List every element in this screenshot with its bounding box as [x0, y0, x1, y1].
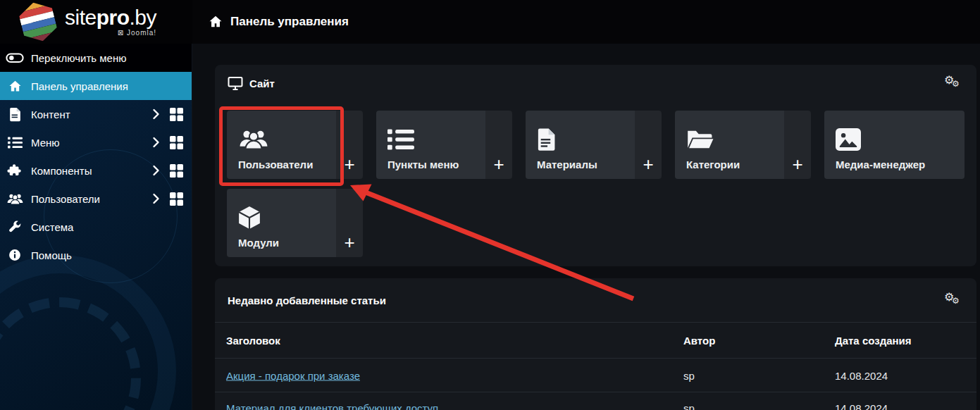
list-icon [6, 137, 24, 149]
plus-icon: + [344, 235, 354, 250]
card-group-categories: Категории + [675, 111, 811, 179]
card-modules[interactable]: Модули [227, 189, 336, 257]
sidebar-toggle-label: Переключить меню [31, 52, 126, 64]
sidebar-item-label: Контент [31, 108, 70, 120]
main-content: Сайт ⚙⚙ Пользователи + [193, 44, 980, 410]
sidebar-item-users[interactable]: Пользователи [0, 185, 192, 213]
users-icon [238, 125, 336, 154]
plus-icon: + [643, 156, 653, 172]
sidebar-item-content[interactable]: Контент [0, 100, 192, 128]
sidebar-item-help[interactable]: Помощь [0, 241, 192, 269]
grid-icon[interactable] [170, 136, 183, 149]
plus-icon: + [344, 156, 354, 172]
grid-icon[interactable] [170, 108, 183, 121]
chevron-right-icon [152, 165, 160, 176]
logo[interactable]: sitepro.by ⊠ Joomla! [0, 0, 192, 44]
card-group-menu-items: Пункты меню + [376, 111, 512, 179]
image-icon [836, 125, 965, 154]
column-header-author: Автор [683, 335, 715, 347]
sidebar-item-label: Меню [31, 137, 60, 149]
site-panel: Сайт ⚙⚙ Пользователи + [215, 65, 976, 266]
card-media-manager[interactable]: Медиа-менеджер [824, 111, 965, 179]
column-header-title: Заголовок [226, 335, 280, 347]
sidebar-item-menu[interactable]: Меню [0, 128, 192, 156]
file-icon [6, 107, 24, 122]
grid-icon[interactable] [170, 192, 183, 206]
sidebar-toggle-menu[interactable]: Переключить меню [0, 44, 192, 72]
card-label: Модули [238, 237, 336, 249]
gears-icon[interactable]: ⚙⚙ [944, 75, 964, 92]
article-link[interactable]: Акция - подарок при заказе [226, 369, 360, 381]
card-categories[interactable]: Категории [675, 111, 784, 179]
info-icon [6, 248, 24, 262]
add-module-button[interactable]: + [336, 189, 363, 257]
card-label: Медиа-менеджер [836, 159, 965, 170]
top-bar: sitepro.by ⊠ Joomla! Панель управления [0, 0, 980, 44]
card-articles[interactable]: Материалы [526, 111, 635, 179]
sidebar-item-label: Компоненты [31, 165, 92, 177]
plus-icon: + [493, 156, 504, 172]
article-author: sp [683, 369, 695, 381]
recent-articles-panel: Недавно добавленные статьи ⚙⚙ Заголовок … [215, 278, 976, 410]
sitepro-logo-icon [18, 1, 58, 42]
card-menu-items[interactable]: Пункты меню [376, 111, 485, 179]
users-icon [6, 192, 24, 206]
folder-open-icon [686, 125, 784, 154]
card-users[interactable]: Пользователи [227, 111, 336, 179]
joomla-admin-dashboard: sitepro.by ⊠ Joomla! Панель управления П… [0, 0, 980, 410]
site-panel-title: Сайт [249, 77, 275, 89]
sidebar-item-components[interactable]: Компоненты [0, 156, 192, 185]
sidebar-item-dashboard[interactable]: Панель управления [0, 72, 192, 100]
chevron-right-icon [152, 137, 160, 148]
card-group-users: Пользователи + [227, 111, 363, 179]
grid-icon[interactable] [170, 164, 183, 178]
add-user-button[interactable]: + [336, 111, 363, 179]
articles-panel-title: Недавно добавленные статьи [228, 294, 386, 306]
card-group-media: Медиа-менеджер [824, 111, 965, 179]
logo-text: sitepro.by [65, 7, 156, 28]
article-author: sp [683, 402, 695, 410]
chevron-right-icon [152, 108, 160, 120]
sidebar-item-system[interactable]: Система [0, 213, 192, 241]
sidebar-item-label: Панель управления [31, 80, 128, 92]
wrench-icon [6, 220, 24, 234]
logo-byline: ⊠ Joomla! [118, 30, 156, 37]
sidebar-item-label: Система [31, 221, 73, 233]
article-link[interactable]: Материал для клиентов требующих доступ [226, 402, 438, 410]
monitor-icon [228, 76, 243, 91]
sidebar: Переключить меню Панель управления Конте… [0, 44, 192, 410]
column-header-date: Дата создания [835, 335, 912, 347]
add-category-button[interactable]: + [784, 111, 811, 179]
gears-icon[interactable]: ⚙⚙ [944, 292, 964, 309]
table-header-row: Заголовок Автор Дата создания [215, 322, 976, 358]
plus-icon: + [792, 156, 802, 172]
card-group-articles: Материалы + [526, 111, 662, 179]
sidebar-item-label: Помощь [31, 249, 72, 261]
article-date: 14.08.2024 [835, 369, 888, 381]
list-icon [387, 125, 485, 154]
home-icon [6, 79, 24, 94]
add-menu-item-button[interactable]: + [485, 111, 512, 179]
table-row: Акция - подарок при заказе sp 14.08.2024 [215, 358, 976, 392]
card-label: Категории [686, 159, 784, 170]
card-label: Пункты меню [387, 159, 485, 170]
home-icon [208, 14, 223, 30]
file-text-icon [537, 125, 635, 154]
page-title: Панель управления [230, 15, 349, 29]
puzzle-icon [6, 163, 24, 178]
card-label: Пользователи [238, 159, 336, 170]
toggle-icon [6, 49, 24, 66]
table-row: Материал для клиентов требующих доступ s… [215, 392, 976, 410]
card-group-modules: Модули + [227, 189, 363, 257]
add-article-button[interactable]: + [635, 111, 662, 179]
card-label: Материалы [537, 159, 635, 170]
article-date: 14.08.2024 [835, 402, 888, 410]
cube-icon [238, 204, 336, 232]
sidebar-item-label: Пользователи [31, 193, 100, 205]
chevron-right-icon [152, 193, 160, 204]
